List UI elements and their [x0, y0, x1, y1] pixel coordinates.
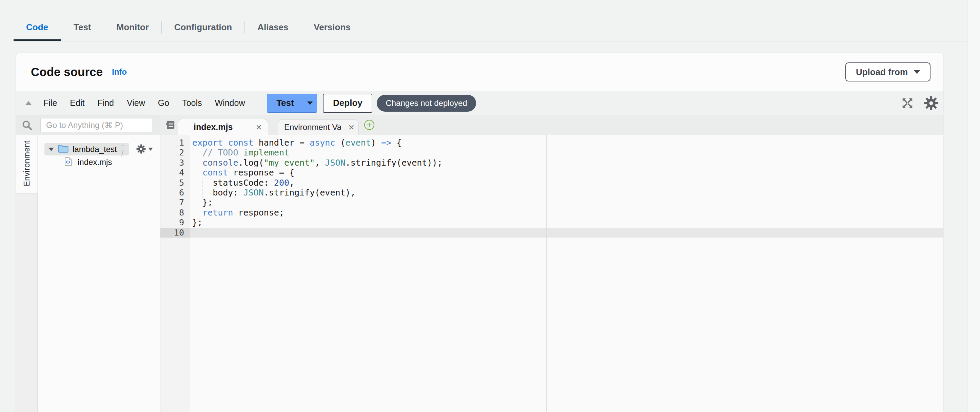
editor-tab-index-mjs[interactable]: index.mjs × [178, 119, 268, 135]
line-number: 9 [161, 217, 190, 227]
tree-file-index-mjs[interactable]: index.mjs [64, 156, 112, 168]
search-strip [16, 115, 161, 135]
code-line[interactable]: 10 [161, 228, 943, 238]
chevron-down-icon [307, 101, 313, 105]
nav-divider [14, 41, 967, 42]
editor-menubar: FileEditFindViewGoToolsWindow Test Deplo… [16, 91, 943, 115]
code-text[interactable]: console.log("my event", JSON.stringify(e… [190, 158, 943, 168]
page-title: Code source [31, 65, 103, 79]
chevron-down-icon[interactable] [48, 148, 54, 151]
code-text[interactable]: body: JSON.stringify(event), [190, 188, 943, 198]
deploy-button-label: Deploy [333, 98, 363, 108]
file-tree-panel: lambda_test - / [38, 135, 161, 412]
editor-tab-environment-variables[interactable]: Environment Var × [278, 120, 359, 135]
chevron-down-icon [148, 148, 153, 151]
code-line[interactable]: 7 }; [161, 198, 943, 208]
editor-tabbar: index.mjs × Environment Var × + [161, 115, 943, 135]
lambda-code-page: CodeTestMonitorConfigurationAliasesVersi… [0, 0, 980, 412]
page-scrollbar[interactable] [967, 0, 980, 412]
chevron-down-icon [914, 70, 920, 74]
code-line[interactable]: 6 body: JSON.stringify(event), [161, 188, 943, 198]
folder-name: lambda_test [73, 145, 117, 154]
code-editor[interactable]: 1export const handler = async (event) =>… [161, 135, 943, 412]
file-name: index.mjs [78, 158, 112, 167]
code-line[interactable]: 9}; [161, 217, 943, 227]
nav-tab-versions[interactable]: Versions [301, 14, 363, 41]
menu-go[interactable]: Go [151, 98, 176, 108]
menu-file[interactable]: File [37, 98, 64, 108]
nav-tab-aliases[interactable]: Aliases [245, 14, 301, 41]
print-margin-line [546, 135, 547, 412]
fullscreen-icon[interactable] [901, 97, 914, 110]
test-button[interactable]: Test [267, 94, 303, 113]
tab-label: Environment Var [284, 123, 341, 132]
nav-tab-configuration[interactable]: Configuration [162, 14, 245, 41]
deploy-button[interactable]: Deploy [323, 94, 372, 113]
environment-rail-lower [16, 193, 38, 412]
menu-find[interactable]: Find [91, 98, 120, 108]
code-line[interactable]: 2 // TODO implement [161, 148, 943, 158]
environment-rail: Environment [16, 135, 38, 412]
menu-edit[interactable]: Edit [64, 98, 91, 108]
upload-from-button[interactable]: Upload from [845, 62, 931, 81]
folder-icon [58, 144, 69, 155]
menu-view[interactable]: View [120, 98, 151, 108]
tab-list-icon[interactable] [166, 120, 175, 131]
code-text[interactable]: return response; [190, 208, 943, 217]
tree-settings-button[interactable] [136, 144, 153, 154]
upload-from-label: Upload from [856, 67, 908, 77]
function-tab-nav: CodeTestMonitorConfigurationAliasesVersi… [14, 14, 363, 41]
test-split-button: Test [267, 94, 317, 113]
line-number: 1 [161, 138, 190, 148]
code-source-panel: Code source Info Upload from FileEditFin… [16, 53, 944, 412]
code-text[interactable] [190, 228, 943, 238]
line-number: 4 [161, 168, 190, 177]
folder-path-suffix: - / [121, 140, 126, 158]
line-number: 2 [161, 148, 190, 158]
close-icon[interactable]: × [256, 122, 262, 133]
line-number: 3 [161, 158, 190, 168]
line-number: 5 [161, 178, 190, 188]
tab-environment[interactable]: Environment [16, 135, 38, 193]
gear-icon[interactable] [923, 95, 939, 111]
test-button-label: Test [276, 98, 294, 108]
code-text[interactable]: }; [190, 217, 943, 227]
tab-label: index.mjs [194, 122, 232, 132]
status-badge: Changes not deployed [377, 95, 476, 112]
line-number: 6 [161, 188, 190, 198]
nav-tab-monitor[interactable]: Monitor [104, 14, 161, 41]
code-line[interactable]: 1export const handler = async (event) =>… [161, 138, 943, 148]
code-source-header: Code source Info Upload from [16, 53, 943, 91]
info-link[interactable]: Info [112, 67, 127, 77]
nav-tab-test[interactable]: Test [61, 14, 104, 41]
search-icon[interactable] [21, 120, 33, 133]
code-line[interactable]: 4 const response = { [161, 168, 943, 177]
code-text[interactable]: // TODO implement [190, 148, 943, 158]
code-line[interactable]: 8 return response; [161, 208, 943, 217]
editor-menus: FileEditFindViewGoToolsWindow [37, 98, 251, 108]
gear-icon [136, 144, 146, 154]
code-line[interactable]: 5 statusCode: 200, [161, 178, 943, 188]
code-text[interactable]: statusCode: 200, [190, 178, 943, 188]
new-tab-button[interactable]: + [364, 120, 374, 130]
status-badge-label: Changes not deployed [385, 98, 467, 108]
code-text[interactable]: export const handler = async (event) => … [190, 138, 943, 148]
code-text[interactable]: }; [190, 198, 943, 208]
menu-window[interactable]: Window [208, 98, 251, 108]
plus-icon: + [367, 120, 372, 129]
code-file-icon [64, 157, 72, 168]
menu-tools[interactable]: Tools [176, 98, 208, 108]
code-text[interactable]: const response = { [190, 168, 943, 177]
nav-tab-code[interactable]: Code [14, 14, 61, 41]
test-dropdown-button[interactable] [303, 94, 317, 113]
tree-folder-lambda-test[interactable]: lambda_test - / [45, 143, 129, 155]
go-to-anything-input[interactable] [40, 118, 152, 132]
close-icon[interactable]: × [348, 122, 354, 133]
line-number: 10 [161, 228, 190, 238]
line-number: 8 [161, 208, 190, 217]
environment-label: Environment [22, 141, 32, 186]
collapse-panel-icon[interactable] [25, 101, 32, 105]
menubar-right-icons [901, 95, 939, 111]
code-line[interactable]: 3 console.log("my event", JSON.stringify… [161, 158, 943, 168]
code-lines: 1export const handler = async (event) =>… [161, 138, 943, 238]
